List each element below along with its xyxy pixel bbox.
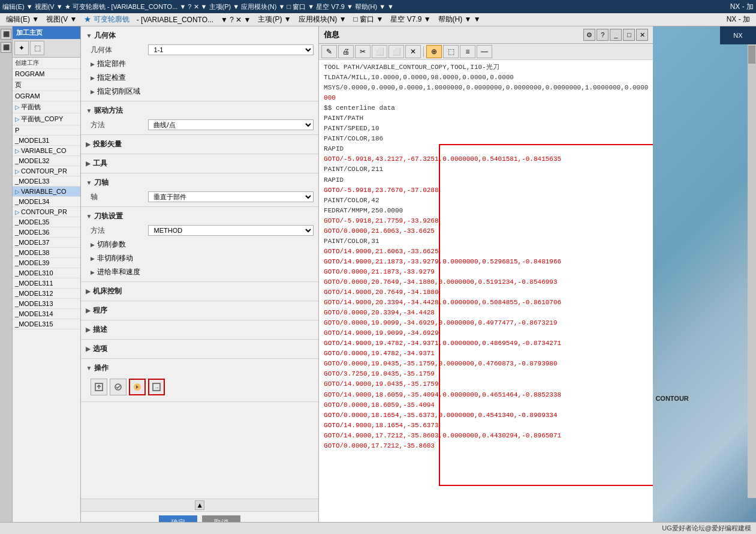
options-title[interactable]: ▶ 选项 [86, 342, 314, 356]
drive-method-select[interactable]: 曲线/点 [148, 119, 314, 130]
sidebar-item-model36[interactable]: _MODEL36 [13, 227, 80, 238]
nav-btn-2[interactable]: ⬛ [1, 42, 11, 53]
title-bar: 编辑(E) ▼ 视图(V ▼ ★ 可变轮廓铣 - [VARIABLE_CONTO… [0, 0, 756, 13]
sidebar-item-p[interactable]: P [13, 125, 80, 136]
toolpath-expand-icon: ▼ [86, 213, 92, 220]
sidebar-contour-pr1-label: CONTOUR_PR [21, 167, 67, 175]
program-title[interactable]: ▶ 程序 [86, 304, 314, 317]
toolpath-method-select[interactable]: METHOD [148, 225, 314, 236]
info-maximize-btn[interactable]: □ [623, 29, 635, 41]
main-area: ⬛ ⬛ 加工主页 ✦ ⬚ 创建工序 ROGRAM 页 OGRAM ▷ 平面铣 ▷… [0, 26, 756, 534]
sidebar-item-model39[interactable]: _MODEL39 [13, 258, 80, 268]
info-btn-copy2[interactable]: ⬜ [388, 45, 404, 58]
info-btn-print[interactable]: 🖨 [338, 45, 354, 58]
sidebar-item-model314[interactable]: _MODEL314 [13, 309, 80, 319]
geometry-select[interactable]: 1-1 [148, 44, 314, 55]
info-line-5: PAINT/PATH [324, 113, 648, 124]
nav-btn-1[interactable]: ⬛ [1, 29, 11, 40]
toolpath-title[interactable]: ▼ 刀轨设置 [86, 209, 314, 223]
scroll-up-btn[interactable]: ▲ [195, 500, 204, 510]
sidebar-item-mill-copy[interactable]: ▷ 平面铣_COPY [13, 113, 80, 125]
menu-help[interactable]: 帮助(H) ▼ ▼ [435, 13, 484, 26]
sidebar-header[interactable]: 加工主页 [13, 26, 80, 39]
sidebar-item-model31[interactable]: _MODEL31 [13, 136, 80, 146]
tool-axis-title[interactable]: ▼ 刀轴 [86, 176, 314, 190]
feed-speed-label: 进给率和速度 [97, 267, 140, 277]
info-btn-grid[interactable]: ⬚ [443, 45, 459, 58]
op-btn-1[interactable] [91, 379, 107, 395]
cut-params-row[interactable]: ▶ 切削参数 [86, 238, 314, 251]
info-btn-edit[interactable]: ✎ [321, 45, 337, 58]
sidebar-item-program[interactable]: ROGRAM [13, 69, 80, 79]
menu-main[interactable]: 主项(P) ▼ [254, 13, 294, 26]
drive-method-title[interactable]: ▼ 驱动方法 [86, 104, 314, 118]
info-btn-close[interactable]: ✕ [405, 45, 421, 58]
menu-star[interactable]: ★ 可变轮廓铣 [80, 13, 132, 26]
op-btn-3[interactable] [129, 379, 146, 395]
info-btn-lines[interactable]: ≡ [460, 45, 475, 58]
info-content-wrapper: TOOL PATH/VARIABLE_CONTOUR_COPY,TOOL,I10… [319, 60, 653, 534]
op-btn-4[interactable]: → [148, 379, 165, 395]
sidebar-item-mill[interactable]: ▷ 平面铣 [13, 101, 80, 113]
description-title[interactable]: ▶ 描述 [86, 323, 314, 337]
info-help-icon[interactable]: ? [597, 29, 609, 41]
info-line-14: FEDRAT/MMPM,250.0000 [324, 206, 648, 216]
operations-title[interactable]: ▼ 操作 [86, 361, 314, 375]
menu-view[interactable]: 视图(V ▼ [43, 13, 80, 26]
feed-speed-row[interactable]: ▶ 进给率和速度 [86, 265, 314, 279]
projection-section: ▶ 投影矢量 [81, 135, 318, 154]
tool-axis-select[interactable]: 垂直于部件 [148, 191, 314, 202]
info-line-2: MSYS/0.0000,0.0000,0.0000,1.0000000,0.00… [324, 83, 648, 93]
info-content-area[interactable]: TOOL PATH/VARIABLE_CONTOUR_COPY,TOOL,I10… [319, 60, 653, 534]
geometry-title[interactable]: ▼ 几何体 [86, 29, 314, 43]
info-btn-copy1[interactable]: ⬜ [372, 45, 387, 58]
specify-part-row[interactable]: ▶ 指定部件 [86, 57, 314, 71]
sidebar-item-model32[interactable]: _MODEL32 [13, 156, 80, 166]
non-cut-label: 非切削移动 [97, 253, 133, 263]
info-line-20: GOTO/0.0000,21.1873,-33.9279 [324, 267, 648, 277]
sidebar-item-model312[interactable]: _MODEL312 [13, 289, 80, 299]
info-line-24: GOTO/0.0000,20.3394,-34.4428 [324, 308, 648, 318]
projection-title[interactable]: ▶ 投影矢量 [86, 137, 314, 151]
sidebar-item-variable-co2[interactable]: ▷ VARIABLE_CO [13, 187, 80, 197]
variable-co1-icon: ▷ [15, 148, 20, 154]
description-title-text: 描述 [93, 325, 107, 335]
menu-starsky[interactable]: 星空 V7.9 ▼ [387, 13, 434, 26]
sidebar-item-contour-pr2[interactable]: ▷ CONTOUR_PR [13, 207, 80, 217]
create-op-btn[interactable]: ✦ [14, 41, 29, 55]
op-btn-2[interactable] [110, 379, 126, 395]
sidebar-item-model37[interactable]: _MODEL37 [13, 238, 80, 248]
sidebar-item-contour-pr1[interactable]: ▷ CONTOUR_PR [13, 166, 80, 176]
machine-title[interactable]: ▶ 机床控制 [86, 284, 314, 298]
sidebar-item-model310[interactable]: _MODEL310 [13, 268, 80, 278]
scrollbar-thumb[interactable] [748, 46, 755, 64]
info-minimize-btn[interactable]: _ [610, 29, 622, 41]
sidebar-item-ogram[interactable]: OGRAM [13, 91, 80, 101]
sidebar-item-model34[interactable]: _MODEL34 [13, 197, 80, 207]
menu-modules[interactable]: 应用模块(N) ▼ [295, 13, 350, 26]
info-close-btn[interactable]: ✕ [636, 29, 648, 41]
non-cut-row[interactable]: ▶ 非切削移动 [86, 251, 314, 265]
sidebar-item-model311[interactable]: _MODEL311 [13, 278, 80, 289]
menu-help-icon[interactable]: ▼ ? ✕ ▼ [217, 14, 254, 25]
sidebar-item-model315[interactable]: _MODEL315 [13, 319, 80, 329]
specify-check-row[interactable]: ▶ 指定检查 [86, 71, 314, 85]
menu-window[interactable]: □ 窗口 ▼ [350, 13, 387, 26]
specify-cut-row[interactable]: ▶ 指定切削区域 [86, 85, 314, 98]
sidebar-item-variable-co1[interactable]: ▷ VARIABLE_CO [13, 146, 80, 156]
sidebar-item-model38[interactable]: _MODEL38 [13, 248, 80, 258]
tool-title[interactable]: ▶ 工具 [86, 157, 314, 170]
info-line-12: GOTO/-5.9918,23.7670,-37.0288 [324, 185, 648, 196]
info-line-15: GOTO/-5.9918,21.7759,-33.9268 [324, 216, 648, 226]
info-btn-cut[interactable]: ✂ [355, 45, 371, 58]
sidebar-item-model35[interactable]: _MODEL35 [13, 217, 80, 227]
info-btn-minus[interactable]: — [477, 45, 492, 58]
menu-edit[interactable]: 编辑(E) ▼ [2, 13, 43, 26]
info-btn-crosshair[interactable]: ⊕ [426, 45, 442, 58]
sidebar-item-page[interactable]: 页 [13, 79, 80, 91]
info-settings-icon[interactable]: ⚙ [583, 29, 595, 41]
sidebar-item-model33[interactable]: _MODEL33 [13, 176, 80, 187]
sidebar-item-model313[interactable]: _MODEL313 [13, 299, 80, 309]
viewport-scrollbar[interactable] [748, 44, 756, 498]
sidebar-tool-btn-2[interactable]: ⬚ [30, 41, 44, 55]
